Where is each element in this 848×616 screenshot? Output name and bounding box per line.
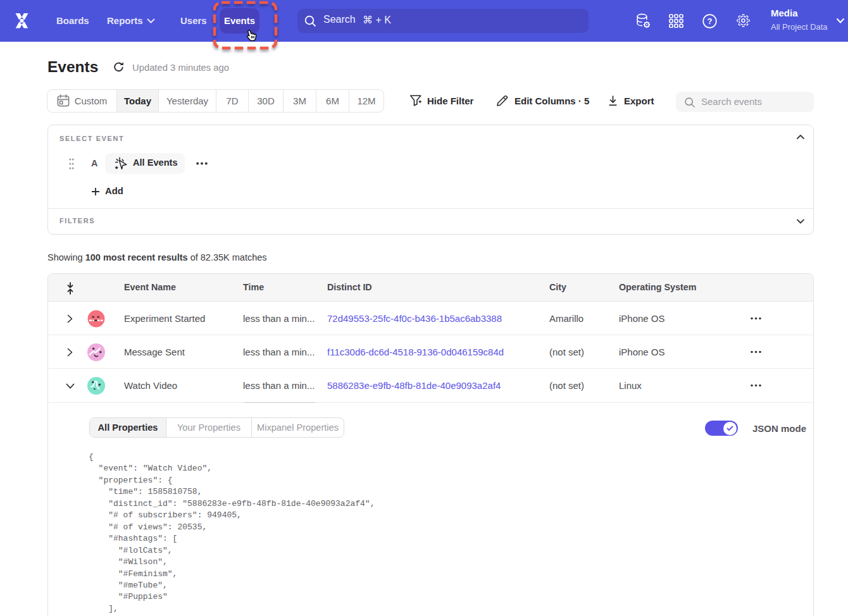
svg-text:?: ? [708, 16, 713, 26]
